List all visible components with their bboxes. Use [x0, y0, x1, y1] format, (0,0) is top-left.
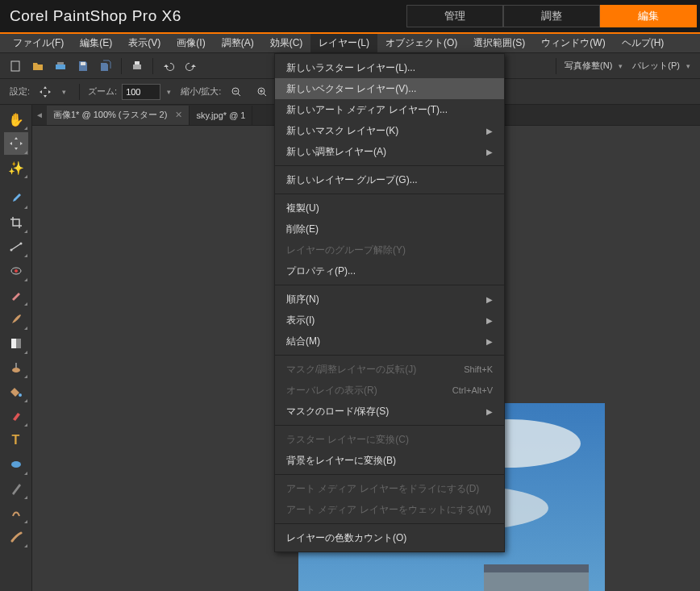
text-tool-icon[interactable]: T [4, 429, 28, 452]
svg-point-28 [11, 461, 21, 468]
menu-new-adjust-layer[interactable]: 新しい調整レイヤー(A)▶ [275, 141, 504, 162]
zoom-out-small-icon[interactable] [226, 81, 247, 102]
palette-drop-icon[interactable]: ▾ [685, 62, 695, 70]
menu-artmedia-wet: アート メディア レイヤーをウェットにする(W) [275, 499, 504, 520]
menu-duplicate[interactable]: 複製(U) [275, 198, 504, 219]
warp-tool-icon[interactable] [4, 502, 28, 524]
straighten-tool-icon[interactable] [4, 235, 28, 258]
magic-wand-tool-icon[interactable]: ✨ [4, 156, 28, 179]
svg-point-25 [12, 368, 20, 372]
svg-line-10 [264, 94, 266, 96]
menu-artmedia-dry: アート メディア レイヤーをドライにする(D) [275, 478, 504, 499]
menu-to-raster: ラスター レイヤーに変換(C) [275, 429, 504, 450]
crop-tool-icon[interactable] [4, 211, 28, 234]
menu-color-count[interactable]: レイヤーの色数カウント(O) [275, 527, 504, 548]
open-file-icon[interactable] [27, 56, 48, 77]
menu-image[interactable]: 画像(I) [169, 34, 213, 52]
mode-tab-edit[interactable]: 編集 [600, 5, 697, 27]
menu-layers[interactable]: レイヤー(L) [310, 34, 377, 52]
gradient-tool-icon[interactable] [4, 332, 28, 355]
twain-icon[interactable] [50, 56, 71, 77]
shape-tool-icon[interactable] [4, 453, 28, 476]
doc-tab-close-icon[interactable]: ✕ [175, 110, 182, 120]
menu-edit[interactable]: 編集(E) [72, 34, 120, 52]
svg-rect-26 [15, 363, 17, 368]
submenu-arrow-icon: ▶ [486, 148, 493, 156]
svg-rect-4 [133, 65, 141, 69]
move-preset-icon[interactable] [35, 81, 56, 102]
new-file-icon[interactable] [5, 56, 26, 77]
menu-properties[interactable]: プロパティ(P)... [275, 260, 504, 281]
submenu-arrow-icon: ▶ [486, 337, 493, 346]
menu-ungroup: レイヤーのグループ解除(Y) [275, 239, 504, 260]
menu-mask-loadsave[interactable]: マスクのロード/保存(S)▶ [275, 401, 504, 422]
menu-show-overlay: オーバレイの表示(R)Ctrl+Alt+V [275, 380, 504, 401]
zoom-in-small-icon[interactable] [252, 81, 273, 102]
zoom-label: ズーム: [88, 85, 117, 98]
oil-brush-tool-icon[interactable] [4, 526, 28, 548]
svg-line-18 [11, 243, 21, 250]
menu-new-raster-layer[interactable]: 新しいラスター レイヤー(L)... [275, 57, 504, 78]
svg-rect-1 [56, 65, 65, 69]
menu-selection[interactable]: 選択範囲(S) [465, 34, 533, 52]
submenu-arrow-icon: ▶ [486, 316, 493, 325]
menu-new-mask-layer[interactable]: 新しいマスク レイヤー(K)▶ [275, 120, 504, 141]
doc-tab-other[interactable]: sky.jpg* @ 1 [190, 106, 252, 125]
doc-tab-prev-icon[interactable]: ◄ [32, 110, 47, 119]
save-icon[interactable] [73, 56, 94, 77]
menu-window[interactable]: ウィンドウ(W) [533, 34, 613, 52]
pan-tool-icon[interactable]: ✋ [4, 108, 28, 131]
paintbrush-tool-icon[interactable] [4, 308, 28, 331]
menu-file[interactable]: ファイル(F) [5, 34, 72, 52]
palette-label[interactable]: パレット(P) [629, 60, 683, 72]
redo-icon[interactable] [181, 56, 202, 77]
save-all-icon[interactable] [95, 56, 116, 77]
svg-point-27 [19, 393, 22, 397]
menu-new-vector-layer[interactable]: 新しいベクター レイヤー(V)... [275, 78, 504, 99]
menu-new-artmedia-layer[interactable]: 新しいアート メディア レイヤー(T)... [275, 99, 504, 120]
svg-rect-5 [135, 61, 140, 65]
menu-objects[interactable]: オブジェクト(O) [377, 34, 465, 52]
doc-tab-label: 画像1* @ 100% (ラスター 2) [53, 109, 167, 121]
menu-order[interactable]: 順序(N)▶ [275, 289, 504, 310]
zoom-input[interactable] [122, 84, 160, 100]
menu-adjust[interactable]: 調整(A) [214, 34, 262, 52]
ratio-label: 縮小/拡大: [181, 85, 221, 98]
zoom-drop-icon[interactable]: ▾ [165, 88, 176, 96]
pen-tool-icon[interactable] [4, 477, 28, 500]
redeye-tool-icon[interactable] [4, 260, 28, 282]
svg-rect-3 [81, 62, 85, 65]
mode-tab-adjust[interactable]: 調整 [503, 5, 600, 27]
svg-rect-2 [57, 62, 64, 65]
doc-tab-active[interactable]: 画像1* @ 100% (ラスター 2)✕ [47, 106, 190, 125]
menu-new-group[interactable]: 新しいレイヤー グループ(G)... [275, 169, 504, 190]
mode-tab-manage[interactable]: 管理 [406, 5, 503, 27]
svg-rect-24 [11, 339, 16, 348]
menu-merge[interactable]: 結合(M)▶ [275, 331, 504, 352]
svg-point-19 [10, 249, 12, 252]
preset-drop-icon[interactable]: ▾ [60, 88, 71, 96]
makeup-tool-icon[interactable] [4, 284, 28, 306]
menu-delete[interactable]: 削除(E) [275, 219, 504, 239]
svg-rect-0 [11, 61, 19, 71]
menu-bg-to-layer[interactable]: 背景をレイヤーに変換(B) [275, 450, 504, 471]
clone-tool-icon[interactable] [4, 356, 28, 379]
settings-label: 設定: [10, 85, 30, 98]
menu-display[interactable]: 表示(I)▶ [275, 310, 504, 331]
svg-point-20 [19, 243, 22, 245]
menu-help[interactable]: ヘルプ(H) [614, 34, 673, 52]
svg-rect-34 [484, 564, 589, 572]
move-tool-icon[interactable] [4, 132, 28, 155]
undo-icon[interactable] [158, 56, 179, 77]
menu-view[interactable]: 表示(V) [120, 34, 169, 52]
fill-tool-icon[interactable] [4, 381, 28, 403]
layers-menu-dropdown: 新しいラスター レイヤー(L)... 新しいベクター レイヤー(V)... 新し… [274, 53, 505, 552]
picture-tube-tool-icon[interactable] [4, 405, 28, 427]
menu-effects[interactable]: 効果(C) [262, 34, 311, 52]
photofix-drop-icon[interactable]: ▾ [617, 62, 627, 70]
submenu-arrow-icon: ▶ [486, 295, 493, 304]
print-icon[interactable] [127, 56, 148, 77]
svg-line-7 [238, 94, 240, 96]
photofix-label[interactable]: 写真修整(N) [561, 60, 615, 72]
eyedropper-tool-icon[interactable] [4, 187, 28, 210]
